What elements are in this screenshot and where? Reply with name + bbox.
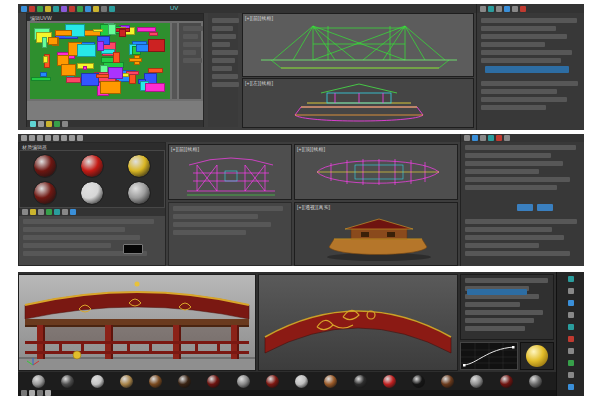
material-editor-titlebar[interactable]: 材质编辑器 (19, 143, 165, 150)
toolbar-icon[interactable] (54, 121, 60, 127)
toolbar-icon[interactable] (568, 300, 574, 306)
panel-row[interactable] (481, 58, 561, 63)
panel-row[interactable] (212, 66, 232, 71)
toolbar-icon[interactable] (37, 390, 43, 396)
uv-editor-window[interactable]: 编辑UVW (26, 13, 204, 127)
toolbar-icon[interactable] (101, 6, 107, 12)
viewport-side-wireframe[interactable]: [+][左][线框] (242, 78, 474, 128)
material-sphere[interactable] (500, 375, 513, 388)
material-sphere[interactable] (128, 182, 150, 204)
panel-row[interactable] (212, 34, 236, 39)
material-sphere[interactable] (91, 375, 104, 388)
falloff-curve-editor[interactable] (460, 342, 518, 370)
panel-row[interactable] (183, 42, 201, 47)
toolbar-icon[interactable] (45, 135, 51, 141)
panel-row[interactable] (481, 34, 567, 39)
panel-row[interactable] (465, 169, 539, 174)
toolbar-icon[interactable] (29, 390, 35, 396)
material-sphere[interactable] (81, 182, 103, 204)
toolbar-icon[interactable] (21, 135, 27, 141)
toolbar-icon[interactable] (53, 135, 59, 141)
toolbar-icon[interactable] (480, 6, 486, 12)
material-editor-window[interactable]: 材质编辑器 (18, 142, 166, 266)
toolbar-icon[interactable] (45, 390, 51, 396)
toolbar-icon[interactable] (46, 121, 52, 127)
toolbar-icon[interactable] (61, 135, 67, 141)
panel-row[interactable] (465, 310, 543, 315)
toolbar-icon[interactable] (37, 6, 43, 12)
viewport-rendered-pavilion[interactable] (18, 274, 256, 371)
toolbar-icon[interactable] (568, 360, 574, 366)
panel-row[interactable] (183, 50, 196, 55)
toolbar-icon[interactable] (504, 6, 510, 12)
viewport-arch-detail[interactable] (258, 274, 458, 371)
viewport-front-pavilion[interactable]: [+][前][线框] (168, 144, 292, 200)
toolbar-icon[interactable] (520, 6, 526, 12)
material-sphere[interactable] (383, 375, 396, 388)
panel-row[interactable] (183, 34, 198, 39)
panel-row[interactable] (465, 161, 563, 166)
material-sphere[interactable] (412, 375, 425, 388)
toolbar-icon[interactable] (69, 6, 75, 12)
toolbar-icon[interactable] (38, 209, 44, 215)
panel-row[interactable] (465, 243, 539, 248)
bottom-panel-blue-button[interactable] (467, 289, 527, 295)
panel-row[interactable] (23, 219, 154, 224)
toolbar-icon[interactable] (77, 135, 83, 141)
panel-row[interactable] (465, 153, 551, 158)
panel-row[interactable] (212, 50, 238, 55)
toolbar-icon[interactable] (54, 209, 60, 215)
panel-row[interactable] (465, 219, 577, 224)
toolbar-icon[interactable] (568, 348, 574, 354)
toolbar-icon[interactable] (496, 6, 502, 12)
toolbar-icon[interactable] (488, 135, 494, 141)
toolbar-icon[interactable] (29, 6, 35, 12)
panel-row[interactable] (481, 50, 572, 55)
toolbar-icon[interactable] (62, 209, 68, 215)
material-sphere[interactable] (295, 375, 308, 388)
toolbar-icon[interactable] (496, 135, 502, 141)
toolbar-icon[interactable] (69, 135, 75, 141)
toolbar-icon[interactable] (70, 209, 76, 215)
toolbar-icon[interactable] (568, 384, 574, 390)
toolbar-icon[interactable] (568, 276, 574, 282)
material-sphere[interactable] (128, 155, 150, 177)
toolbar-icon[interactable] (29, 135, 35, 141)
material-sphere[interactable] (207, 375, 220, 388)
material-sphere[interactable] (61, 375, 74, 388)
panel-row[interactable] (465, 278, 548, 283)
uv-scrollbar[interactable] (172, 23, 177, 99)
material-sphere[interactable] (81, 155, 103, 177)
toolbar-icon[interactable] (472, 135, 478, 141)
material-sphere[interactable] (149, 375, 162, 388)
panel-row[interactable] (465, 145, 576, 150)
toolbar-icon[interactable] (109, 6, 115, 12)
panel-row[interactable] (465, 302, 520, 307)
toolbar-icon[interactable] (53, 6, 59, 12)
viewport-front-wireframe[interactable]: [+][前][线框] (242, 13, 474, 77)
uv-editor-titlebar[interactable]: 编辑UVW (27, 14, 203, 21)
panel-row[interactable] (465, 326, 525, 331)
toolbar-icon[interactable] (46, 209, 52, 215)
diffuse-color-swatch[interactable] (123, 244, 143, 254)
material-sphere[interactable] (34, 155, 56, 177)
panel-row[interactable] (481, 81, 578, 86)
material-sphere[interactable] (441, 375, 454, 388)
panel-row[interactable] (465, 227, 552, 232)
top-panel-highlight-button[interactable] (485, 66, 569, 73)
toolbar-icon[interactable] (21, 6, 27, 12)
panel-row[interactable] (23, 227, 125, 232)
panel-row[interactable] (465, 318, 534, 323)
material-sphere[interactable] (529, 375, 542, 388)
panel-row[interactable] (465, 251, 570, 256)
panel-row[interactable] (173, 230, 246, 235)
toolbar-icon[interactable] (568, 372, 574, 378)
panel-row[interactable] (481, 89, 557, 94)
toolbar-icon[interactable] (512, 6, 518, 12)
toolbar-icon[interactable] (62, 121, 68, 127)
toolbar-icon[interactable] (568, 288, 574, 294)
material-sphere[interactable] (32, 375, 45, 388)
toolbar-icon[interactable] (464, 135, 470, 141)
panel-row[interactable] (212, 18, 239, 23)
panel-row[interactable] (465, 185, 557, 190)
